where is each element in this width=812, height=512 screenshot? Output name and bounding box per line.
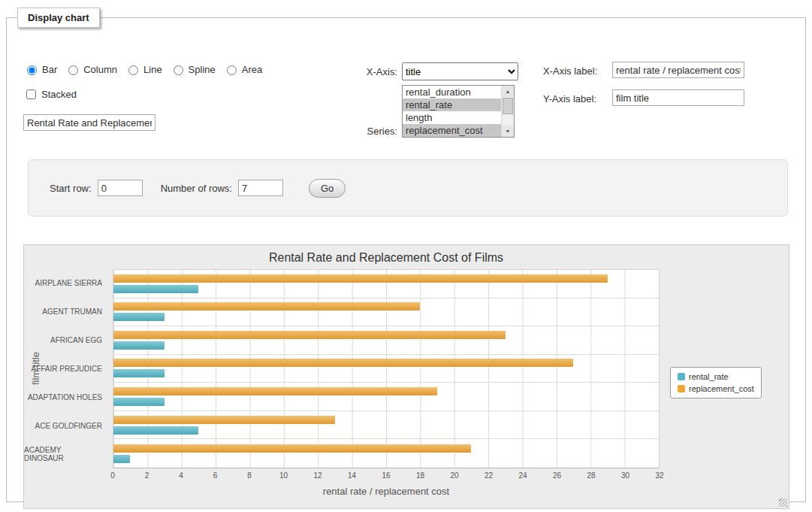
stacked-checkbox[interactable] [26, 89, 36, 99]
start-row-label: Start row: [50, 183, 92, 194]
bar-rental_rate[interactable] [113, 341, 165, 350]
rows-panel: Start row: Number of rows: Go [28, 159, 788, 217]
bar-replacement_cost[interactable] [113, 444, 471, 453]
x-axis-title: rental rate / replacement cost [113, 486, 660, 497]
legend-swatch [678, 373, 685, 380]
chart-type-option-spline[interactable]: Spline [170, 63, 216, 75]
x-tick-label: 4 [179, 471, 183, 480]
series-option-replacement_cost[interactable]: replacement_cost [403, 124, 501, 137]
category-band [113, 411, 659, 440]
scroll-down-icon[interactable]: ▼ [502, 126, 514, 137]
x-tick-label: 30 [621, 471, 629, 480]
series-listbox-scrollbar[interactable]: ▲ ▼ [501, 86, 514, 137]
series-option-rental_duration[interactable]: rental_duration [403, 86, 501, 98]
go-button[interactable]: Go [309, 179, 346, 198]
chart-title-input[interactable] [23, 114, 155, 131]
category-band [113, 270, 659, 298]
chart-legend: rental_ratereplacement_cost [670, 367, 762, 398]
legend-item-rental_rate[interactable]: rental_rate [678, 372, 754, 381]
bar-rental_rate[interactable] [113, 426, 198, 435]
legend-label: replacement_cost [689, 384, 754, 393]
chart-resize-handle[interactable] [779, 498, 787, 507]
radio-label: Spline [189, 64, 216, 75]
x-tick-label: 12 [313, 471, 321, 480]
scrollbar-track[interactable] [502, 97, 514, 126]
bar-replacement_cost[interactable] [113, 331, 506, 339]
chart-type-option-bar[interactable]: Bar [23, 63, 57, 75]
x-axis-select-label: X-Axis: [343, 66, 397, 77]
fieldset-legend: Display chart [17, 8, 100, 28]
x-tick-label: 26 [553, 471, 561, 480]
stacked-option[interactable]: Stacked [23, 87, 77, 101]
bar-rental_rate[interactable] [113, 455, 130, 463]
category-label: AGENT TRUMAN [24, 298, 108, 326]
x-tick-label: 18 [416, 471, 424, 480]
bar-replacement_cost[interactable] [113, 416, 335, 424]
series-listbox[interactable]: rental_durationrental_ratelengthreplacem… [402, 85, 515, 138]
legend-label: rental_rate [689, 372, 729, 381]
category-band [113, 383, 659, 411]
radio-spline[interactable] [174, 65, 183, 75]
bar-rental_rate[interactable] [113, 369, 165, 377]
radio-column[interactable] [68, 65, 78, 75]
x-tick-label: 2 [145, 471, 149, 480]
category-band [113, 439, 659, 468]
x-tick-label: 22 [484, 471, 493, 480]
series-listbox-label: Series: [343, 126, 397, 137]
bar-rental_rate[interactable] [113, 285, 198, 293]
radio-label: Column [83, 64, 117, 75]
y-axis-label-label: Y-Axis label: [543, 93, 596, 105]
chart-title: Rental Rate and Replacement Cost of Film… [113, 251, 660, 265]
x-tick-label: 8 [247, 471, 252, 480]
bar-replacement_cost[interactable] [113, 302, 420, 311]
radio-label: Line [143, 64, 162, 75]
x-ticks: 02468101214161820222426283032 [113, 471, 660, 482]
category-label: ADAPTATION HOLES [24, 383, 108, 411]
radio-label: Bar [42, 64, 57, 75]
bar-rental_rate[interactable] [113, 398, 165, 406]
bar-replacement_cost[interactable] [113, 387, 437, 395]
category-band [113, 298, 659, 327]
radio-bar[interactable] [27, 65, 37, 75]
num-rows-label: Number of rows: [161, 183, 232, 194]
x-axis-label-label: X-Axis label: [543, 65, 597, 77]
start-row-input[interactable] [98, 180, 143, 196]
x-axis-select[interactable]: title [402, 62, 518, 80]
x-tick-label: 28 [587, 471, 595, 480]
category-band [113, 326, 659, 355]
stacked-row: Stacked [23, 87, 84, 101]
x-tick-label: 0 [110, 471, 115, 480]
scrollbar-thumb[interactable] [503, 98, 513, 114]
series-option-rental_rate[interactable]: rental_rate [403, 98, 501, 111]
num-rows-input[interactable] [238, 180, 283, 196]
stacked-label: Stacked [41, 89, 77, 100]
series-option-length[interactable]: length [403, 111, 501, 124]
x-tick-label: 10 [279, 471, 288, 480]
x-tick-label: 6 [213, 471, 218, 480]
legend-item-replacement_cost[interactable]: replacement_cost [678, 384, 754, 393]
category-label: ACADEMY DINOSAUR [24, 440, 108, 468]
legend-swatch [678, 385, 685, 392]
chart-type-option-column[interactable]: Column [65, 63, 117, 75]
bar-replacement_cost[interactable] [113, 359, 573, 367]
x-tick-label: 32 [655, 471, 663, 480]
chart-type-option-area[interactable]: Area [223, 63, 262, 75]
chart-type-option-line[interactable]: Line [125, 63, 162, 75]
category-label: AIRPLANE SIERRA [24, 269, 108, 298]
radio-label: Area [242, 64, 262, 75]
chart-type-radios: BarColumnLineSplineArea [23, 63, 270, 77]
bar-rental_rate[interactable] [113, 313, 165, 321]
category-band [113, 355, 659, 383]
bar-replacement_cost[interactable] [113, 274, 608, 283]
x-tick-label: 14 [348, 471, 356, 480]
y-axis-label-input[interactable] [612, 89, 744, 106]
scroll-up-icon[interactable]: ▲ [502, 86, 514, 97]
x-tick-label: 24 [518, 471, 527, 480]
radio-line[interactable] [128, 65, 138, 75]
radio-area[interactable] [227, 65, 237, 75]
category-label: ACE GOLDFINGER [24, 411, 108, 440]
x-axis-label-input[interactable] [612, 62, 744, 78]
category-label: AFRICAN EGG [24, 326, 108, 355]
plot-area [113, 269, 660, 468]
category-label: AFFAIR PREJUDICE [24, 355, 108, 383]
